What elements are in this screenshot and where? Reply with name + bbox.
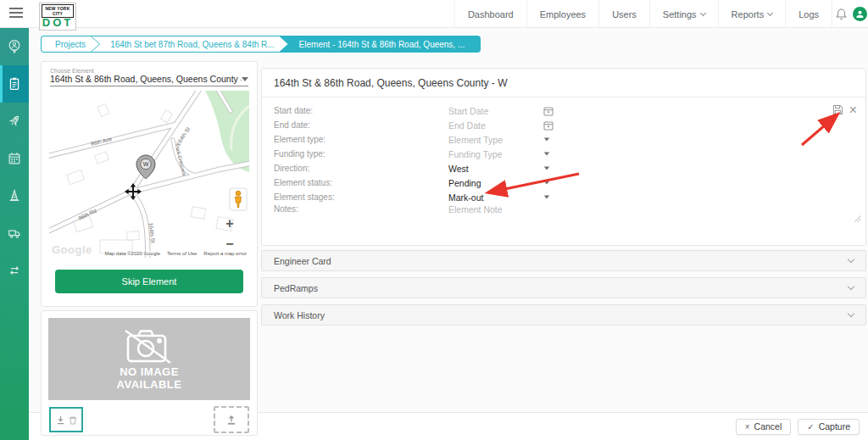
no-camera-icon <box>123 328 175 365</box>
cancel-x-icon: × <box>745 422 750 432</box>
breadcrumb-projects[interactable]: Projects <box>42 36 99 52</box>
end-date-input[interactable]: End Date <box>448 120 543 131</box>
element-form-card: 164th St & 86th Road, Queens, Queens Cou… <box>261 68 866 246</box>
chevron-down-icon <box>767 9 773 15</box>
nav-employees[interactable]: Employees <box>526 0 598 28</box>
swap-arrows-icon <box>6 262 23 279</box>
accordion-work-history[interactable]: Work History <box>261 304 866 326</box>
field-element-type: Element type: Element Type <box>262 132 865 147</box>
map-zoom-in[interactable]: + <box>225 216 233 231</box>
field-start-date: Start date: Start Date <box>262 103 865 118</box>
element-card: Choose Element 164th St & 86th Road, Que… <box>41 61 258 307</box>
choose-element-select[interactable]: Choose Element 164th St & 86th Road, Que… <box>50 68 248 86</box>
chevron-down-icon <box>848 256 854 263</box>
element-status-select[interactable]: Pending <box>448 178 543 188</box>
sidebar-item-inspectors[interactable] <box>0 28 29 65</box>
chevron-down-icon <box>700 9 706 15</box>
chevron-down-icon <box>848 283 854 290</box>
main-content: Projects 164th St bet 87th Road, Queens … <box>29 28 868 440</box>
nav-reports[interactable]: Reports <box>718 0 786 28</box>
calendar-icon[interactable] <box>543 120 554 131</box>
cancel-button[interactable]: × Cancel <box>736 419 792 435</box>
start-date-input[interactable]: Start Date <box>448 106 543 116</box>
form-actions: × <box>832 104 857 115</box>
traffic-cone-icon <box>6 187 23 204</box>
nav-users[interactable]: Users <box>598 0 649 28</box>
skip-element-button[interactable]: Skip Element <box>55 270 243 293</box>
rocket-icon <box>6 113 23 130</box>
hamburger-menu-icon[interactable] <box>9 8 23 19</box>
chevron-down-icon <box>848 310 854 317</box>
sidebar-item-projects[interactable] <box>0 65 29 103</box>
save-icon[interactable] <box>832 104 843 115</box>
nav-logs[interactable]: Logs <box>785 0 832 28</box>
report-error-link[interactable]: Report a map error <box>203 251 247 256</box>
map[interactable]: 164th St 164th St 86th Ave 86th Rd Park … <box>49 91 249 258</box>
field-funding-type: Funding type: Funding Type <box>262 147 865 161</box>
sidebar-item-transfers[interactable] <box>0 252 29 289</box>
choose-element-label: Choose Element <box>50 68 248 74</box>
element-type-select[interactable]: Element Type <box>448 135 543 145</box>
field-end-date: End date: End Date <box>262 118 865 132</box>
calendar-icon <box>6 150 23 167</box>
field-element-stages: Element stages: Mark-out <box>262 190 865 204</box>
truck-icon <box>6 225 23 242</box>
no-image-text: NO IMAGE AVAILABLE <box>98 365 200 391</box>
sidebar-item-work-zones[interactable] <box>0 177 29 214</box>
pegman-icon[interactable] <box>230 188 247 210</box>
clipboard-icon <box>6 75 23 92</box>
image-upload-dropzone[interactable] <box>214 406 249 433</box>
nav-dashboard[interactable]: Dashboard <box>454 0 526 28</box>
dropdown-arrow-icon[interactable] <box>544 181 549 185</box>
breadcrumb-element[interactable]: Element - 164th St & 86th Road, Queens, … <box>281 36 481 52</box>
funding-type-select[interactable]: Funding Type <box>448 149 543 159</box>
app-header: NEW YORK CITY DOT Dashboard Employees Us… <box>0 0 868 28</box>
field-direction: Direction: West <box>262 161 865 175</box>
upload-icon <box>226 415 236 425</box>
image-download-delete-box[interactable] <box>49 407 83 432</box>
close-icon[interactable]: × <box>849 105 857 115</box>
sidebar-item-schedule[interactable] <box>0 140 29 177</box>
calendar-icon[interactable] <box>543 106 554 116</box>
notifications-bell-icon[interactable] <box>835 8 848 25</box>
nav-settings[interactable]: Settings <box>649 0 718 28</box>
map-zoom-out[interactable]: − <box>225 237 233 251</box>
dropdown-arrow-icon[interactable] <box>544 153 549 156</box>
nyc-dot-logo: NEW YORK CITY DOT <box>39 3 76 31</box>
dropdown-arrow-icon <box>242 77 248 81</box>
field-element-status: Element status: Pending <box>262 175 865 190</box>
breadcrumb-project[interactable]: 164th St bet 87th Road, Queens & 84th R.… <box>92 36 287 52</box>
dropdown-arrow-icon[interactable] <box>544 138 549 142</box>
map-canvas: 164th St 164th St 86th Ave 86th Rd Park … <box>49 91 249 258</box>
svg-text:W: W <box>143 161 149 167</box>
top-navigation: Dashboard Employees Users Settings Repor… <box>454 0 832 28</box>
form-title: 164th St & 86th Road, Queens, Queens Cou… <box>262 69 865 89</box>
accordion-pedramps[interactable]: PedRamps <box>261 277 866 298</box>
trash-icon[interactable] <box>69 415 77 425</box>
download-icon[interactable] <box>56 415 65 425</box>
capture-button[interactable]: ✓ Capture <box>798 419 860 435</box>
dropdown-arrow-icon[interactable] <box>544 167 549 170</box>
map-attribution: Map data ©2020 Google Terms of Use Repor… <box>103 251 249 256</box>
dropdown-arrow-icon[interactable] <box>544 196 549 199</box>
user-avatar[interactable] <box>853 7 867 21</box>
capture-check-icon: ✓ <box>807 422 814 432</box>
accordion-engineer-card[interactable]: Engineer Card <box>261 250 866 271</box>
left-sidebar <box>0 28 29 440</box>
field-notes: Notes: Element Note <box>262 204 865 233</box>
map-data-text: Map data ©2020 Google <box>105 251 160 256</box>
textarea-resize-handle[interactable] <box>854 214 861 222</box>
no-image-placeholder: NO IMAGE AVAILABLE <box>48 318 250 400</box>
sidebar-item-launch[interactable] <box>0 103 29 140</box>
person-pin-icon <box>6 38 23 55</box>
element-stages-select[interactable]: Mark-out <box>448 192 543 203</box>
image-card: NO IMAGE AVAILABLE <box>41 310 258 436</box>
direction-select[interactable]: West <box>448 164 543 174</box>
sidebar-item-fleet[interactable] <box>0 214 29 252</box>
breadcrumb: Projects 164th St bet 87th Road, Queens … <box>41 36 481 53</box>
google-watermark: Google <box>52 243 92 256</box>
notes-textarea[interactable]: Element Note <box>448 204 543 214</box>
terms-link[interactable]: Terms of Use <box>167 251 197 256</box>
logo-dot-text: DOT <box>42 18 74 28</box>
choose-element-value: 164th St & 86th Road, Queens, Queens Cou… <box>50 74 242 84</box>
